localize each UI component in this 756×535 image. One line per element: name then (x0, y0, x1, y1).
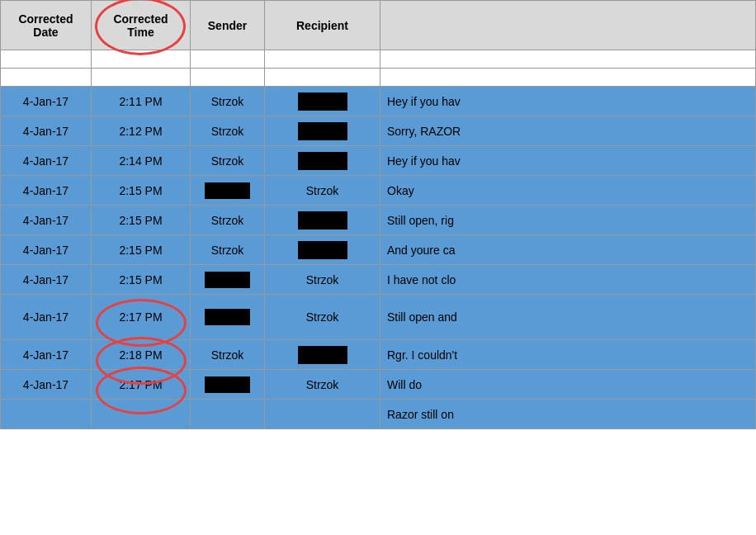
data-table: Corrected Date Corrected Time Sender Rec… (0, 0, 756, 429)
table-row: 4-Jan-17 2:17 PM Strzok Still open and (1, 295, 756, 340)
time-value: 2:18 PM (119, 348, 162, 362)
cell-time: 2:14 PM (92, 146, 191, 176)
cell-date: 4-Jan-17 (1, 116, 92, 146)
table-row: Razor still on (1, 400, 756, 429)
cell-message: Sorry, RAZOR (380, 116, 756, 146)
cell-sender (191, 295, 265, 340)
cell-sender: Strzok (191, 116, 265, 146)
cell-recipient: Strzok (265, 176, 380, 206)
table-row: 4-Jan-17 2:15 PM Strzok And youre ca (1, 235, 756, 265)
cell-time (92, 69, 191, 87)
cell-message: Hey if you hav (380, 146, 756, 176)
time-cell-container2: 2:18 PM (119, 348, 162, 362)
cell-date: 4-Jan-17 (1, 235, 92, 265)
cell-recipient: Strzok (265, 295, 380, 340)
cell-date: 4-Jan-17 (1, 87, 92, 116)
time-value: 2:17 PM (119, 378, 162, 391)
table-row: 4-Jan-17 2:15 PM Strzok I have not clo (1, 265, 756, 295)
redacted-block (298, 152, 347, 170)
redacted-block (298, 241, 347, 259)
redacted-block (205, 309, 250, 325)
cell-time: 2:15 PM (92, 265, 191, 295)
cell-sender (191, 50, 265, 69)
cell-recipient (265, 116, 380, 146)
cell-recipient (265, 69, 380, 87)
table-row: 4-Jan-17 2:18 PM Strzok Rgr. I couldn't (1, 340, 756, 370)
redacted-block (298, 211, 347, 230)
table-row: 4-Jan-17 2:15 PM Strzok Still open, rig (1, 206, 756, 235)
cell-message: Still open and (380, 295, 756, 340)
cell-sender (191, 370, 265, 400)
redacted-block (205, 376, 250, 393)
header-date-label: Corrected Date (18, 12, 73, 39)
main-table-wrapper: Corrected Date Corrected Time Sender Rec… (0, 0, 756, 535)
time-cell-container3: 2:17 PM (119, 378, 162, 391)
cell-date: 4-Jan-17 (1, 176, 92, 206)
cell-time: 2:15 PM (92, 235, 191, 265)
cell-date (1, 50, 92, 69)
redacted-block (205, 272, 250, 288)
cell-recipient (265, 400, 380, 429)
cell-time: 2:17 PM (92, 295, 191, 340)
cell-time: 2:15 PM (92, 206, 191, 235)
header-message (380, 1, 756, 50)
cell-date (1, 400, 92, 429)
cell-date: 4-Jan-17 (1, 295, 92, 340)
cell-sender: Strzok (191, 340, 265, 370)
cell-sender (191, 176, 265, 206)
time-cell-container: 2:17 PM (119, 310, 162, 324)
cell-sender: Strzok (191, 206, 265, 235)
cell-recipient (265, 235, 380, 265)
table-header-row: Corrected Date Corrected Time Sender Rec… (1, 1, 756, 50)
cell-message: Still open, rig (380, 206, 756, 235)
cell-message: Okay (380, 176, 756, 206)
table-row: 4-Jan-17 2:12 PM Strzok Sorry, RAZOR (1, 116, 756, 146)
cell-message: Will do (380, 370, 756, 400)
table-row: 4-Jan-17 2:15 PM Strzok Okay (1, 176, 756, 206)
cell-sender (191, 69, 265, 87)
redacted-block (205, 182, 250, 199)
cell-message (380, 69, 756, 87)
cell-recipient (265, 50, 380, 69)
cell-date: 4-Jan-17 (1, 146, 92, 176)
cell-sender (191, 265, 265, 295)
table-row: 4-Jan-17 2:11 PM Strzok Hey if you hav (1, 87, 756, 116)
cell-recipient (265, 340, 380, 370)
table-row (1, 69, 756, 87)
cell-sender: Strzok (191, 235, 265, 265)
header-corrected-date: Corrected Date (1, 1, 92, 50)
cell-time: 2:11 PM (92, 87, 191, 116)
cell-date: 4-Jan-17 (1, 206, 92, 235)
cell-recipient: Strzok (265, 265, 380, 295)
cell-sender: Strzok (191, 87, 265, 116)
cell-time (92, 400, 191, 429)
cell-recipient: Strzok (265, 370, 380, 400)
cell-time: 2:15 PM (92, 176, 191, 206)
header-recipient: Recipient (265, 1, 380, 50)
cell-date: 4-Jan-17 (1, 370, 92, 400)
cell-message: Rgr. I couldn't (380, 340, 756, 370)
cell-time: 2:17 PM (92, 370, 191, 400)
cell-message: And youre ca (380, 235, 756, 265)
table-row (1, 50, 756, 69)
cell-message: I have not clo (380, 265, 756, 295)
cell-sender (191, 400, 265, 429)
header-time-label: Corrected Time (113, 12, 168, 39)
cell-recipient (265, 206, 380, 235)
cell-date: 4-Jan-17 (1, 340, 92, 370)
cell-time: 2:18 PM (92, 340, 191, 370)
cell-recipient (265, 146, 380, 176)
header-sender-label: Sender (208, 19, 247, 32)
redacted-block (298, 122, 347, 140)
cell-message: Hey if you hav (380, 87, 756, 116)
header-sender: Sender (191, 1, 265, 50)
redacted-block (298, 346, 347, 364)
time-value: 2:17 PM (119, 310, 162, 324)
header-recipient-label: Recipient (296, 19, 348, 32)
cell-recipient (265, 87, 380, 116)
cell-date (1, 69, 92, 87)
table-row: 4-Jan-17 2:14 PM Strzok Hey if you hav (1, 146, 756, 176)
header-corrected-time: Corrected Time (92, 1, 191, 50)
table-row: 4-Jan-17 2:17 PM Strzok Will do (1, 370, 756, 400)
time-header-container: Corrected Time (113, 12, 168, 39)
